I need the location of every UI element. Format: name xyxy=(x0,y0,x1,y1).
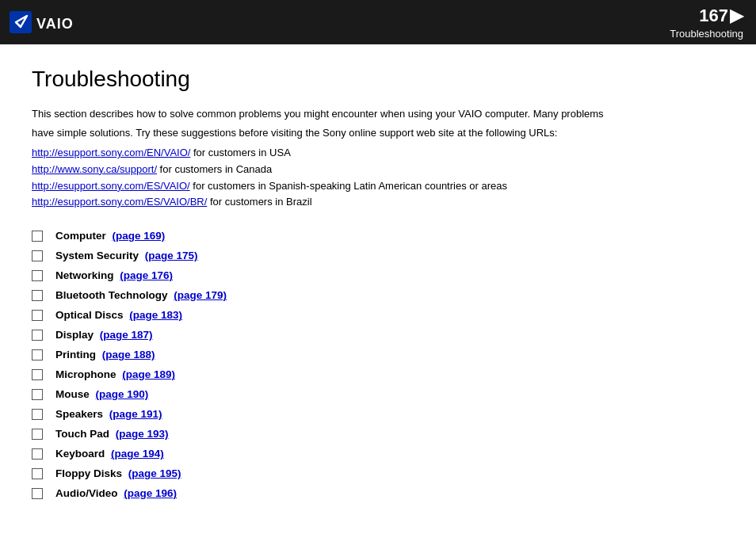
page-title: Troubleshooting xyxy=(32,67,724,92)
item-label: Microphone (page 189) xyxy=(55,368,175,380)
item-label: Audio/Video (page 196) xyxy=(55,487,177,499)
section-title-header: Troubleshooting xyxy=(670,28,743,40)
svg-text:VAIO: VAIO xyxy=(36,16,74,32)
checkbox-icon xyxy=(32,290,43,301)
item-page-link[interactable]: (page 196) xyxy=(124,487,177,499)
vaio-logo: VAIO xyxy=(10,8,89,36)
item-label: Display (page 187) xyxy=(55,329,153,341)
main-content: Troubleshooting This section describes h… xyxy=(0,44,756,534)
item-page-link[interactable]: (page 179) xyxy=(174,289,227,301)
checkbox-icon xyxy=(32,250,43,261)
checkbox-icon xyxy=(32,231,43,242)
list-item: Floppy Disks (page 195) xyxy=(32,467,724,479)
item-label: Optical Discs (page 183) xyxy=(55,309,182,321)
list-item: Bluetooth Technology (page 179) xyxy=(32,289,724,301)
item-page-link[interactable]: (page 188) xyxy=(102,349,155,360)
item-label: Mouse (page 190) xyxy=(55,388,148,400)
url-line-4: http://esupport.sony.com/ES/VAIO/BR/ for… xyxy=(32,194,724,211)
list-item: Touch Pad (page 193) xyxy=(32,428,724,440)
item-page-link[interactable]: (page 193) xyxy=(116,428,169,440)
url-canada[interactable]: http://www.sony.ca/support/ xyxy=(32,163,157,175)
header-right: 167 ▶ Troubleshooting xyxy=(670,6,743,40)
list-item: Computer (page 169) xyxy=(32,230,724,242)
list-item: System Security (page 175) xyxy=(32,250,724,261)
header: VAIO 167 ▶ Troubleshooting xyxy=(0,0,756,44)
checkbox-icon xyxy=(32,270,43,281)
checkbox-icon xyxy=(32,310,43,321)
checkbox-icon xyxy=(32,349,43,360)
item-label: Speakers (page 191) xyxy=(55,408,162,420)
item-page-link[interactable]: (page 195) xyxy=(128,467,181,479)
list-item: Printing (page 188) xyxy=(32,349,724,360)
item-page-link[interactable]: (page 183) xyxy=(129,309,182,321)
intro-text-line2: have simple solutions. Try these suggest… xyxy=(32,125,724,141)
url-line-1: http://esupport.sony.com/EN/VAIO/ for cu… xyxy=(32,145,724,162)
item-label: Computer (page 169) xyxy=(55,230,165,242)
item-label: System Security (page 175) xyxy=(55,250,198,261)
list-item: Networking (page 176) xyxy=(32,269,724,281)
checkbox-icon xyxy=(32,369,43,380)
svg-rect-0 xyxy=(10,11,32,33)
item-label: Printing (page 188) xyxy=(55,349,155,360)
list-item: Microphone (page 189) xyxy=(32,368,724,380)
url-brazil[interactable]: http://esupport.sony.com/ES/VAIO/BR/ xyxy=(32,196,207,208)
page-arrow: ▶ xyxy=(730,6,743,26)
list-item: Keyboard (page 194) xyxy=(32,448,724,460)
item-label: Bluetooth Technology (page 179) xyxy=(55,289,227,301)
checkbox-icon xyxy=(32,330,43,341)
item-label: Floppy Disks (page 195) xyxy=(55,467,181,479)
checkbox-icon xyxy=(32,488,43,499)
list-item: Audio/Video (page 196) xyxy=(32,487,724,499)
urls-section: http://esupport.sony.com/EN/VAIO/ for cu… xyxy=(32,145,724,211)
item-page-link[interactable]: (page 176) xyxy=(120,269,173,281)
url-usa[interactable]: http://esupport.sony.com/EN/VAIO/ xyxy=(32,147,190,158)
checkbox-icon xyxy=(32,389,43,400)
list-item: Mouse (page 190) xyxy=(32,388,724,400)
item-label: Networking (page 176) xyxy=(55,269,173,281)
checkbox-icon xyxy=(32,429,43,440)
item-page-link[interactable]: (page 187) xyxy=(100,329,153,341)
item-page-link[interactable]: (page 189) xyxy=(122,368,175,380)
logo-area: VAIO xyxy=(10,8,89,36)
item-page-link[interactable]: (page 191) xyxy=(109,408,162,420)
item-page-link[interactable]: (page 190) xyxy=(96,388,149,400)
item-page-link[interactable]: (page 169) xyxy=(113,230,166,242)
item-page-link[interactable]: (page 175) xyxy=(145,250,198,261)
checkbox-icon xyxy=(32,468,43,479)
page-number-container: 167 ▶ xyxy=(699,6,743,26)
item-label: Touch Pad (page 193) xyxy=(55,428,169,440)
page-number: 167 xyxy=(699,7,728,25)
list-item: Optical Discs (page 183) xyxy=(32,309,724,321)
checkbox-icon xyxy=(32,409,43,420)
topics-list: Computer (page 169)System Security (page… xyxy=(32,230,724,499)
list-item: Display (page 187) xyxy=(32,329,724,341)
item-label: Keyboard (page 194) xyxy=(55,448,164,460)
url-line-3: http://esupport.sony.com/ES/VAIO/ for cu… xyxy=(32,178,724,195)
checkbox-icon xyxy=(32,448,43,460)
url-line-2: http://www.sony.ca/support/ for customer… xyxy=(32,162,724,178)
url-latin[interactable]: http://esupport.sony.com/ES/VAIO/ xyxy=(32,180,190,192)
list-item: Speakers (page 191) xyxy=(32,408,724,420)
intro-text-line1: This section describes how to solve comm… xyxy=(32,106,724,122)
item-page-link[interactable]: (page 194) xyxy=(111,448,164,460)
